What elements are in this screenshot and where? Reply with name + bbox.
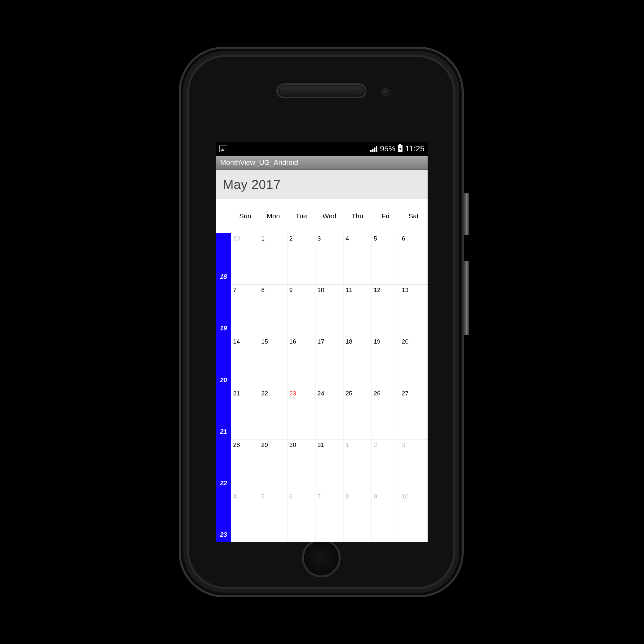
day-cell[interactable]: 23	[288, 388, 316, 439]
week-row: 21222324252627	[231, 388, 428, 439]
day-cell[interactable]: 7	[231, 285, 259, 336]
week-number-label: 19	[220, 325, 227, 332]
day-header-fri: Fri	[372, 199, 400, 233]
day-header-row: Sun Mon Tue Wed Thu Fri Sat	[231, 199, 428, 233]
day-cell[interactable]: 9	[372, 491, 400, 542]
day-cell[interactable]: 30	[231, 233, 259, 284]
day-header-thu: Thu	[344, 199, 372, 233]
week-number-label: 20	[220, 376, 227, 384]
day-cell[interactable]: 10	[400, 491, 428, 542]
day-cell[interactable]: 7	[316, 491, 344, 542]
day-cell[interactable]: 2	[288, 233, 316, 284]
signal-icon	[370, 146, 377, 152]
week-number-cell[interactable]: 22	[216, 439, 231, 491]
day-cell[interactable]: 30	[288, 440, 316, 491]
home-button[interactable]	[302, 539, 341, 577]
day-cell[interactable]: 1	[259, 233, 287, 284]
day-cell[interactable]: 2	[372, 440, 400, 491]
week-row: 78910111213	[231, 284, 428, 336]
week-number-header-spacer	[216, 199, 231, 233]
day-cell[interactable]: 17	[316, 336, 344, 387]
day-cell[interactable]: 5	[259, 491, 287, 542]
day-cell[interactable]: 16	[288, 336, 316, 387]
day-cell[interactable]: 24	[316, 388, 344, 439]
day-cell[interactable]: 12	[372, 285, 400, 336]
day-cell[interactable]: 4	[344, 233, 372, 284]
day-cell[interactable]: 5	[372, 233, 400, 284]
clock: 11:25	[405, 144, 424, 153]
speaker-grill	[278, 85, 365, 97]
day-cell[interactable]: 15	[259, 336, 287, 387]
week-number-column: 18 19 20 21 22 23	[216, 199, 231, 542]
day-cell[interactable]: 27	[400, 388, 428, 439]
screen: 95% 11:25 MonthView_UG_Android May 2017 …	[216, 142, 428, 542]
day-cell[interactable]: 3	[316, 233, 344, 284]
day-cell[interactable]: 19	[372, 336, 400, 387]
battery-charging-icon	[398, 145, 403, 152]
day-cell[interactable]: 11	[344, 285, 372, 336]
day-cell[interactable]: 13	[400, 285, 428, 336]
day-cell[interactable]: 8	[259, 285, 287, 336]
week-number-cell[interactable]: 18	[216, 233, 231, 284]
day-header-mon: Mon	[259, 199, 287, 233]
day-header-tue: Tue	[287, 199, 315, 233]
week-number-label: 23	[220, 531, 227, 538]
month-header[interactable]: May 2017	[216, 170, 428, 199]
status-bar: 95% 11:25	[216, 142, 428, 156]
month-label: May 2017	[223, 177, 281, 192]
week-number-cell[interactable]: 19	[216, 284, 231, 336]
day-cell[interactable]: 3	[400, 440, 428, 491]
day-cell[interactable]: 9	[288, 285, 316, 336]
app-title: MonthView_UG_Android	[220, 158, 298, 167]
week-row: 14151617181920	[231, 336, 428, 387]
day-header-sat: Sat	[400, 199, 428, 233]
day-cell[interactable]: 20	[400, 336, 428, 387]
power-button[interactable]	[464, 193, 469, 235]
day-cell[interactable]: 8	[344, 491, 372, 542]
day-cell[interactable]: 14	[231, 336, 259, 387]
day-cell[interactable]: 4	[231, 491, 259, 542]
day-cell[interactable]: 6	[400, 233, 428, 284]
week-row: 30123456	[231, 233, 428, 284]
day-cell[interactable]: 29	[259, 440, 287, 491]
week-number-cell[interactable]: 21	[216, 388, 231, 439]
volume-button[interactable]	[464, 261, 469, 335]
day-cell[interactable]: 1	[344, 440, 372, 491]
screenshot-notification-icon	[219, 146, 227, 152]
week-number-cell[interactable]: 23	[216, 491, 231, 542]
day-cell[interactable]: 25	[344, 388, 372, 439]
week-number-label: 21	[220, 428, 227, 435]
day-cell[interactable]: 28	[231, 440, 259, 491]
front-camera	[383, 89, 389, 95]
battery-percent: 95%	[380, 144, 395, 153]
week-number-cell[interactable]: 20	[216, 336, 231, 387]
week-number-label: 22	[220, 479, 227, 487]
week-row: 45678910	[231, 491, 428, 542]
app-title-bar: MonthView_UG_Android	[216, 156, 428, 170]
calendar: 18 19 20 21 22 23 Sun Mon Tue Wed Thu Fr…	[216, 199, 428, 542]
day-cell[interactable]: 26	[372, 388, 400, 439]
month-grid: Sun Mon Tue Wed Thu Fri Sat 301234567891…	[231, 199, 428, 542]
day-header-wed: Wed	[315, 199, 343, 233]
day-cell[interactable]: 21	[231, 388, 259, 439]
day-header-sun: Sun	[231, 199, 259, 233]
day-cell[interactable]: 10	[316, 285, 344, 336]
week-number-label: 18	[220, 273, 227, 280]
day-cell[interactable]: 6	[288, 491, 316, 542]
day-cell[interactable]: 31	[316, 440, 344, 491]
day-cell[interactable]: 22	[259, 388, 287, 439]
day-cell[interactable]: 18	[344, 336, 372, 387]
week-row: 28293031123	[231, 439, 428, 491]
